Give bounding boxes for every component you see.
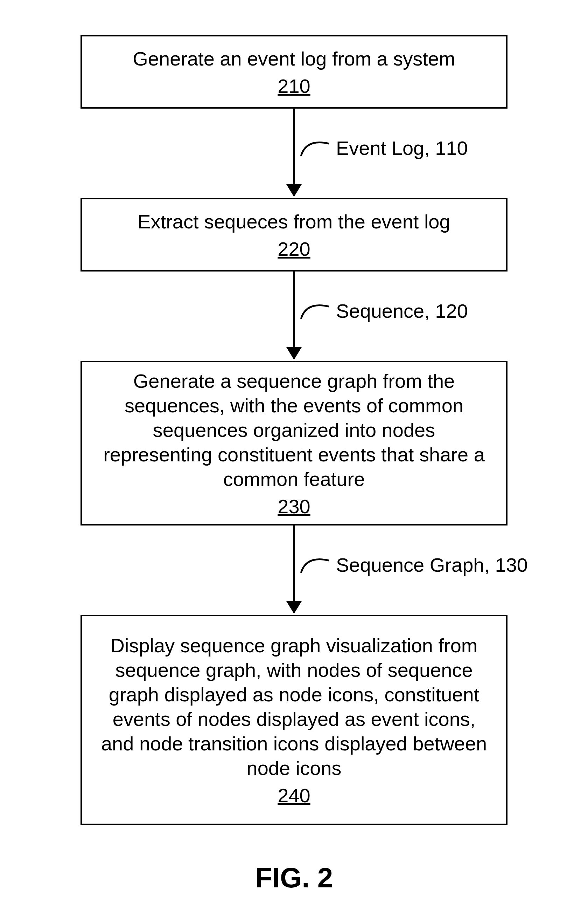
figure-caption: FIG. 2	[0, 862, 588, 894]
process-box-230: Generate a sequence graph from the seque…	[80, 361, 508, 526]
process-box-240: Display sequence graph visualization fro…	[80, 615, 508, 825]
label-connector-2	[299, 298, 331, 322]
box-text: Generate a sequence graph from the seque…	[96, 369, 492, 492]
arrow-1	[293, 109, 295, 196]
box-text: Display sequence graph visualization fro…	[96, 633, 492, 780]
label-connector-3	[299, 552, 331, 576]
flowchart-canvas: Generate an event log from a system 210 …	[0, 0, 588, 907]
box-ref: 240	[278, 784, 310, 807]
edge-label-event-log: Event Log, 110	[336, 137, 468, 159]
process-box-210: Generate an event log from a system 210	[80, 35, 508, 109]
box-text: Generate an event log from a system	[133, 46, 455, 71]
box-ref: 230	[278, 495, 310, 518]
label-connector-1	[299, 135, 331, 159]
process-box-220: Extract sequeces from the event log 220	[80, 198, 508, 271]
edge-label-sequence: Sequence, 120	[336, 300, 468, 322]
box-ref: 220	[278, 237, 310, 260]
arrow-2	[293, 271, 295, 359]
edge-label-sequence-graph: Sequence Graph, 130	[336, 553, 528, 576]
box-ref: 210	[278, 75, 310, 98]
box-text: Extract sequeces from the event log	[137, 210, 450, 234]
arrow-3	[293, 526, 295, 613]
